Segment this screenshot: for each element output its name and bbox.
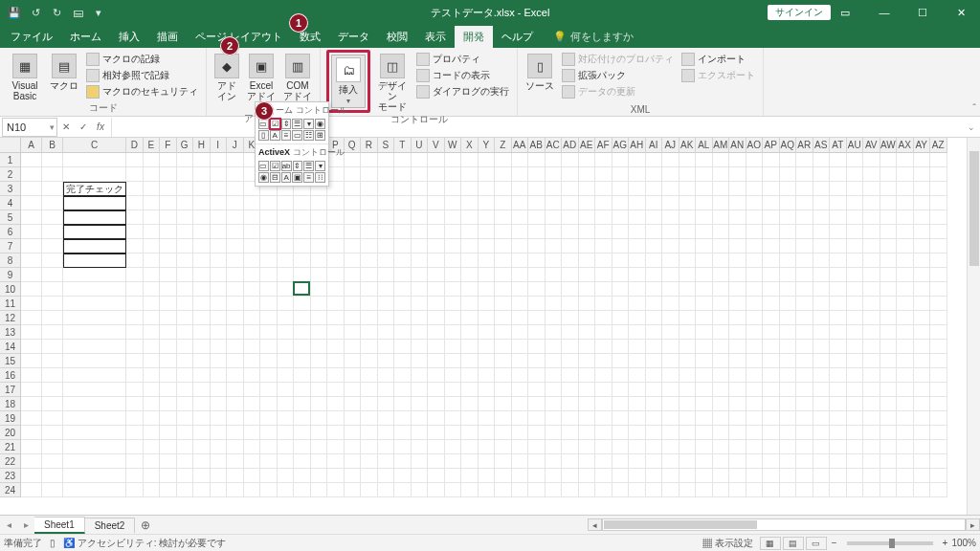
cell[interactable] [579, 426, 596, 440]
cell[interactable] [227, 383, 244, 397]
cell[interactable] [729, 282, 746, 297]
cell[interactable] [160, 454, 177, 469]
cell[interactable] [713, 483, 730, 497]
cell[interactable] [579, 297, 596, 311]
cell[interactable] [327, 311, 345, 325]
col-header[interactable]: AL [696, 138, 713, 153]
cell[interactable] [546, 411, 563, 426]
cell[interactable] [646, 411, 663, 426]
cell[interactable] [629, 210, 646, 225]
cell[interactable] [345, 426, 362, 440]
col-header[interactable]: AM [713, 138, 730, 153]
cell[interactable] [679, 325, 697, 340]
cell[interactable] [914, 210, 931, 225]
col-header[interactable]: AW [880, 138, 898, 153]
cell[interactable] [528, 454, 546, 469]
cell[interactable] [662, 182, 679, 196]
cell[interactable] [461, 325, 479, 340]
cell[interactable] [244, 411, 261, 426]
cell[interactable] [696, 239, 713, 253]
cell[interactable] [696, 483, 713, 497]
cell[interactable] [696, 268, 713, 282]
cell[interactable] [345, 311, 362, 325]
sheet-tab-2[interactable]: Sheet2 [85, 518, 136, 533]
cell[interactable] [495, 153, 512, 167]
cell[interactable] [378, 469, 395, 483]
cell[interactable] [394, 239, 412, 253]
cell[interactable] [880, 440, 898, 454]
cell[interactable] [361, 210, 378, 225]
cell[interactable] [595, 210, 612, 225]
cell[interactable] [646, 196, 663, 210]
cell[interactable] [830, 397, 847, 411]
cell[interactable] [629, 282, 646, 297]
cell[interactable] [780, 282, 797, 297]
cell[interactable] [160, 354, 177, 368]
cell[interactable] [160, 210, 177, 225]
cell[interactable] [177, 282, 194, 297]
tab-developer[interactable]: 開発 [455, 26, 493, 48]
row-header[interactable]: 10 [0, 282, 21, 297]
cell[interactable] [42, 268, 63, 282]
cell[interactable] [126, 153, 144, 167]
cell[interactable] [412, 440, 429, 454]
cell[interactable] [378, 311, 395, 325]
col-header[interactable]: AR [796, 138, 813, 153]
cell[interactable] [63, 297, 126, 311]
cell[interactable] [830, 253, 847, 268]
cell[interactable] [914, 153, 931, 167]
cell[interactable] [863, 411, 880, 426]
cell[interactable] [729, 325, 746, 340]
cell[interactable] [629, 440, 646, 454]
cell[interactable] [629, 311, 646, 325]
cell[interactable] [646, 153, 663, 167]
cell[interactable] [227, 167, 244, 182]
cell[interactable] [126, 311, 144, 325]
cell[interactable] [729, 210, 746, 225]
cell[interactable] [311, 239, 328, 253]
cell[interactable] [880, 368, 898, 383]
macro-rec-status-icon[interactable]: ▯ [50, 538, 56, 548]
row-header[interactable]: 22 [0, 454, 21, 469]
cell[interactable] [612, 225, 630, 239]
cell[interactable] [729, 268, 746, 282]
cell[interactable] [914, 426, 931, 440]
cell[interactable] [880, 239, 898, 253]
cell[interactable] [327, 239, 345, 253]
cell[interactable] [546, 325, 563, 340]
cell[interactable] [21, 239, 42, 253]
cell[interactable] [327, 253, 345, 268]
cell[interactable] [512, 440, 529, 454]
cell[interactable] [361, 268, 378, 282]
cell[interactable] [780, 454, 797, 469]
cell[interactable] [780, 426, 797, 440]
cell[interactable] [126, 167, 144, 182]
cell[interactable] [662, 383, 679, 397]
cell[interactable] [461, 426, 479, 440]
cell[interactable] [713, 325, 730, 340]
cell[interactable] [512, 196, 529, 210]
cell[interactable] [796, 282, 813, 297]
cell[interactable] [830, 368, 847, 383]
cell[interactable] [160, 225, 177, 239]
cell[interactable] [796, 225, 813, 239]
cell[interactable] [863, 397, 880, 411]
cell[interactable] [880, 167, 898, 182]
cell[interactable] [311, 368, 328, 383]
cell[interactable] [528, 196, 546, 210]
cell[interactable] [244, 383, 261, 397]
cell[interactable] [713, 354, 730, 368]
cell[interactable] [880, 225, 898, 239]
cell[interactable] [796, 268, 813, 282]
cell[interactable] [914, 182, 931, 196]
col-header[interactable]: AN [729, 138, 746, 153]
cell[interactable] [193, 210, 211, 225]
cell[interactable] [612, 368, 630, 383]
cell[interactable] [345, 340, 362, 354]
cell[interactable] [897, 268, 914, 282]
cell[interactable] [546, 440, 563, 454]
form-textfield[interactable]: ▭ [292, 130, 302, 141]
cell[interactable] [327, 483, 345, 497]
cell[interactable] [813, 297, 831, 311]
cell[interactable] [394, 411, 412, 426]
